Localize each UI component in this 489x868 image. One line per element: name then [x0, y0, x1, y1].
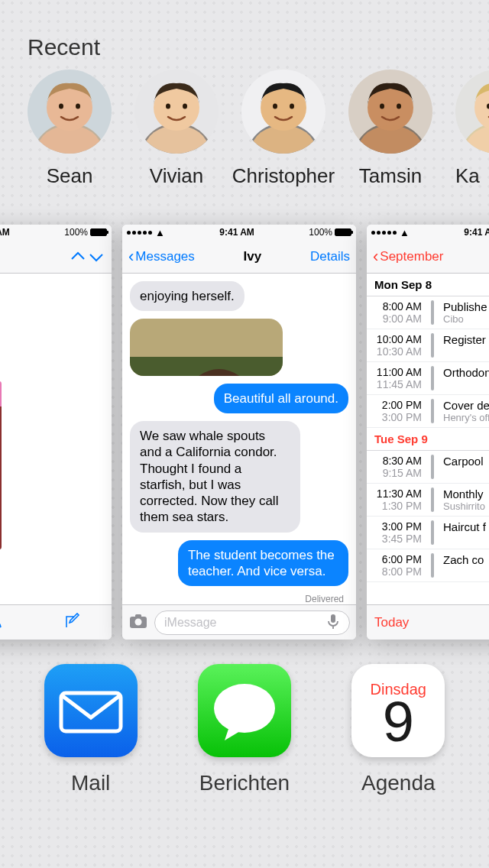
svg-point-10	[183, 104, 187, 109]
calendar-event-times: 11:00 AM11:45 AM	[374, 366, 422, 390]
calendar-back-button[interactable]: ‹September	[373, 247, 444, 267]
svg-point-40	[214, 684, 275, 733]
messages-details-button[interactable]: Details	[310, 249, 350, 264]
calendar-event-bar	[431, 399, 434, 423]
message-bubble-received[interactable]: enjoying herself.	[130, 281, 244, 311]
calendar-event-row[interactable]: 11:30 AM1:30 PM MonthlySushirrito	[367, 484, 489, 517]
calendar-body[interactable]: Mon Sep 8 8:00 AM9:00 AM PublisheCibo 10…	[367, 274, 489, 604]
message-bubble-sent[interactable]: The student becomes the teacher. And vic…	[178, 540, 348, 587]
app-mail[interactable]: Mail	[22, 664, 160, 795]
calendar-event-row[interactable]: 6:00 PM8:00 PM Zach co	[367, 549, 489, 582]
wifi-icon: ▲	[155, 227, 165, 238]
recent-contact[interactable]: Vivian	[134, 70, 219, 188]
svg-point-9	[166, 104, 170, 109]
calendar-event-text: Orthodon	[443, 366, 489, 390]
contact-name: Sean	[47, 164, 93, 188]
calendar-today-button[interactable]: Today	[374, 615, 409, 630]
app-agenda[interactable]: Dinsdag 9 Agenda	[329, 664, 467, 795]
mail-nav-arrows[interactable]	[69, 248, 105, 265]
messages-input-bar: iMessage	[122, 604, 356, 640]
messages-back-label: Messages	[135, 249, 194, 264]
calendar-event-times: 2:00 PM3:00 PM	[374, 399, 422, 423]
mail-navbar	[0, 240, 112, 274]
recent-contact[interactable]: Christopher	[241, 70, 325, 188]
contact-name: Tamsin	[359, 164, 422, 188]
delivered-label: Delivered	[305, 594, 348, 604]
calendar-app-icon: Dinsdag 9	[351, 664, 445, 757]
calendar-event-row[interactable]: 8:30 AM9:15 AM Carpool	[367, 451, 489, 484]
calendar-event-row[interactable]: 8:00 AM9:00 AM PublisheCibo	[367, 296, 489, 329]
messages-title: Ivy	[244, 249, 262, 264]
statusbar: ▲ 9:41 AM 100%	[0, 225, 112, 240]
contact-avatar	[348, 70, 432, 154]
recent-contact[interactable]: Sean	[28, 70, 112, 188]
calendar-event-text: PublisheCibo	[443, 300, 489, 325]
messages-app-icon	[198, 664, 291, 757]
calendar-event-times: 11:30 AM1:30 PM	[374, 487, 422, 512]
statusbar: ▲ 9:41 AM 100%	[367, 225, 489, 240]
message-input-field[interactable]: iMessage	[154, 611, 350, 635]
svg-point-36	[135, 618, 142, 625]
contact-avatar	[455, 70, 489, 154]
battery-icon	[335, 228, 351, 236]
calendar-event-times: 8:00 AM9:00 AM	[374, 300, 422, 325]
app-label-agenda: Agenda	[361, 771, 436, 795]
mic-icon[interactable]	[326, 613, 340, 633]
app-label-berichten: Berichten	[199, 771, 290, 795]
calendar-event-text: Zach co	[443, 553, 489, 578]
messages-navbar: ‹Messages Ivy Details	[122, 240, 356, 274]
app-card-calendar[interactable]: ▲ 9:41 AM 100% ‹September Mon Sep 8 8:00…	[367, 225, 489, 640]
calendar-event-bar	[431, 333, 434, 358]
app-label-mail: Mail	[71, 771, 110, 795]
contact-name: Ka	[455, 164, 480, 188]
statusbar-time: 9:41 AM	[219, 227, 254, 238]
mail-app-icon	[44, 664, 138, 757]
calendar-event-bar	[431, 300, 434, 325]
calendar-event-text: MonthlySushirrito	[443, 487, 489, 512]
calendar-event-row[interactable]: 11:00 AM11:45 AM Orthodon	[367, 362, 489, 395]
svg-rect-39	[61, 693, 121, 731]
calendar-event-bar	[431, 366, 434, 390]
calendar-event-times: 10:00 AM10:30 AM	[374, 333, 422, 358]
camera-icon[interactable]	[128, 613, 148, 633]
recent-contacts-row: Sean Vivian Christopher Tamsin K	[28, 70, 489, 188]
calendar-event-times: 3:00 PM3:45 PM	[374, 520, 422, 545]
app-card-mail[interactable]: ▲ 9:41 AM 100% to be one of our ns yet. …	[0, 225, 112, 640]
calendar-event-row[interactable]: 10:00 AM10:30 AM Register	[367, 329, 489, 362]
mail-attached-photo[interactable]	[0, 381, 2, 549]
svg-point-22	[397, 104, 401, 109]
compose-icon[interactable]	[63, 612, 82, 633]
recent-contact[interactable]: Ka	[455, 70, 489, 188]
battery-icon	[90, 228, 107, 236]
messages-back-button[interactable]: ‹Messages	[128, 247, 195, 267]
wifi-icon: ▲	[400, 227, 410, 238]
contact-avatar	[28, 70, 112, 154]
mail-toolbar	[0, 604, 112, 640]
message-bubble-sent[interactable]: Beautiful all around.	[214, 384, 348, 413]
contact-name: Vivian	[150, 164, 203, 188]
mail-body: to be one of our ns yet. The kids are ut…	[0, 274, 112, 604]
app-icons-row: Mail Berichten Dinsdag 9 Agenda	[0, 640, 489, 795]
app-card-messages[interactable]: ▲ 9:41 AM 100% ‹Messages Ivy Details enj…	[122, 225, 356, 640]
message-photo[interactable]	[130, 319, 283, 376]
calendar-event-bar	[431, 487, 434, 512]
svg-point-4	[76, 104, 80, 109]
calendar-icon-daynum: 9	[371, 694, 426, 750]
calendar-day-header: Mon Sep 8	[367, 274, 489, 296]
calendar-event-row[interactable]: 3:00 PM3:45 PM Haircut f	[367, 517, 489, 549]
message-bubble-received[interactable]: We saw whale spouts and a California con…	[130, 421, 300, 533]
calendar-event-times: 6:00 PM8:00 PM	[374, 553, 422, 578]
contact-avatar	[241, 70, 325, 154]
app-berichten[interactable]: Berichten	[176, 664, 313, 795]
mail-body-text: to be one of our ns yet. The kids are ut…	[0, 281, 102, 369]
calendar-event-bar	[431, 553, 434, 578]
messages-thread[interactable]: enjoying herself. Beautiful all around.W…	[122, 274, 356, 604]
calendar-event-text: Register	[443, 333, 489, 358]
recent-title: Recent	[28, 34, 489, 60]
svg-rect-38	[331, 614, 335, 623]
calendar-event-row[interactable]: 2:00 PM3:00 PM Cover deHenry's offic	[367, 395, 489, 428]
recent-contact[interactable]: Tamsin	[348, 70, 432, 188]
contact-name: Christopher	[232, 164, 335, 188]
reply-icon[interactable]	[0, 612, 4, 633]
statusbar-battery-pct: 100%	[64, 227, 88, 238]
